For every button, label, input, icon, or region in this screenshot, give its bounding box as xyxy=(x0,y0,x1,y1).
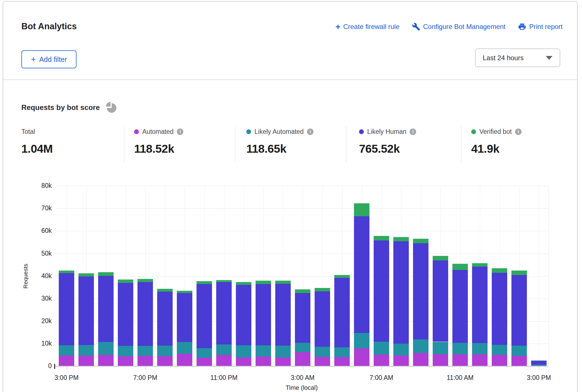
bar-segment-automated xyxy=(433,354,448,366)
bar-segment-automated xyxy=(452,354,468,366)
bar-segment-verified-bot xyxy=(216,280,232,282)
bar-segment-likely-human xyxy=(118,283,133,346)
x-tick-mark xyxy=(539,367,539,370)
action-configure-bot-management[interactable]: Configure Bot Management xyxy=(412,22,506,31)
bar-segment-likely-human xyxy=(393,241,409,344)
bar-segment-likely-automated xyxy=(78,345,94,356)
bar-segment-likely-human xyxy=(452,270,468,343)
bar-segment-verified-bot xyxy=(374,236,389,240)
bar-segment-verified-bot xyxy=(531,361,547,361)
bar-12-00-pm[interactable] xyxy=(472,263,488,366)
bar-segment-verified-bot xyxy=(413,239,428,243)
bar-segment-likely-automated xyxy=(354,333,369,348)
time-range-dropdown[interactable]: Last 24 hours xyxy=(475,49,560,67)
bar-segment-automated xyxy=(118,356,133,366)
bar-10-00-pm[interactable] xyxy=(197,281,212,366)
bar-6-00-am[interactable] xyxy=(354,203,369,366)
action-create-firewall-rule[interactable]: +Create firewall rule xyxy=(335,23,400,31)
bar-5-00-am[interactable] xyxy=(334,275,350,366)
bar-segment-likely-automated xyxy=(197,348,212,358)
info-icon[interactable]: i xyxy=(515,129,522,135)
info-icon[interactable]: i xyxy=(410,129,416,135)
bar-5-00-pm[interactable] xyxy=(98,272,114,366)
bar-segment-likely-automated xyxy=(393,344,409,355)
bar-segment-likely-automated xyxy=(492,345,507,355)
info-icon[interactable]: i xyxy=(177,129,183,135)
pie-chart-icon xyxy=(105,101,117,114)
info-icon[interactable]: i xyxy=(307,129,313,135)
bar-8-00-am[interactable] xyxy=(393,237,409,366)
stat-value: 118.65k xyxy=(246,142,313,156)
bar-segment-likely-automated xyxy=(334,347,350,357)
bar-segment-likely-human xyxy=(98,276,114,342)
bar-segment-likely-automated xyxy=(236,345,251,357)
bar-segment-likely-automated xyxy=(98,342,114,355)
y-tick-label: 30k xyxy=(26,295,52,302)
header-divider xyxy=(3,80,577,80)
bar-segment-verified-bot xyxy=(492,268,507,272)
x-tick-mark xyxy=(224,367,224,370)
bar-segment-automated xyxy=(413,353,428,366)
bar-4-00-pm[interactable] xyxy=(78,273,94,366)
bar-segment-likely-human xyxy=(531,361,547,365)
bar-10-00-am[interactable] xyxy=(433,256,448,366)
add-filter-button[interactable]: + Add filter xyxy=(21,50,76,68)
y-tick-label: 70k xyxy=(26,204,52,212)
bar-1-00-am[interactable] xyxy=(256,281,271,366)
bar-2-00-pm[interactable] xyxy=(511,271,527,366)
plus-icon: + xyxy=(335,23,340,30)
stat-likely-automated: Likely Automatedi118.65k xyxy=(246,127,313,156)
bar-2-00-am[interactable] xyxy=(275,281,291,366)
x-tick-mark xyxy=(382,367,382,370)
header-actions: +Create firewall ruleConfigure Bot Manag… xyxy=(335,22,563,31)
x-tick-label: 3:00 PM xyxy=(514,374,564,382)
bar-segment-likely-automated xyxy=(413,339,428,353)
bar-segment-verified-bot xyxy=(197,281,212,284)
bar-segment-likely-automated xyxy=(531,365,547,365)
bar-4-00-am[interactable] xyxy=(315,288,330,366)
bar-6-00-pm[interactable] xyxy=(118,280,133,366)
bar-11-00-am[interactable] xyxy=(452,264,468,366)
bar-3-00-am[interactable] xyxy=(295,289,310,366)
stat-divider xyxy=(461,127,461,163)
bar-segment-verified-bot xyxy=(78,273,94,276)
bar-9-00-am[interactable] xyxy=(413,239,428,366)
bar-segment-likely-human xyxy=(236,285,251,345)
stat-verified-bot: Verified boti41.9k xyxy=(471,127,522,156)
bar-3-00-pm[interactable] xyxy=(59,271,74,366)
x-tick-mark xyxy=(67,367,67,370)
bar-7-00-pm[interactable] xyxy=(137,279,153,366)
y-axis-origin-tick xyxy=(54,364,55,369)
x-tick-mark xyxy=(303,367,303,370)
stat-label: Likely Automated xyxy=(254,128,304,136)
bar-segment-likely-automated xyxy=(295,343,310,352)
bar-segment-verified-bot xyxy=(275,281,291,284)
bar-segment-verified-bot xyxy=(295,289,310,293)
bar-segment-automated xyxy=(334,357,350,366)
bar-7-00-am[interactable] xyxy=(374,236,389,366)
stat-label: Verified bot xyxy=(479,128,512,136)
bar-12-00-am[interactable] xyxy=(236,282,251,366)
stat-divider xyxy=(235,127,235,163)
bar-segment-verified-bot xyxy=(354,203,369,216)
bar-9-00-pm[interactable] xyxy=(177,291,192,366)
bar-segment-likely-human xyxy=(374,240,389,342)
bar-8-00-pm[interactable] xyxy=(157,289,173,366)
stat-value: 41.9k xyxy=(471,142,522,156)
bar-11-00-pm[interactable] xyxy=(216,280,232,366)
h-gridline xyxy=(55,231,548,231)
x-tick-mark xyxy=(145,367,146,370)
bar-segment-likely-automated xyxy=(315,347,330,357)
bar-segment-verified-bot xyxy=(256,281,271,284)
y-tick-label: 10k xyxy=(26,340,52,347)
v-gridline xyxy=(539,186,539,366)
bar-segment-likely-automated xyxy=(177,342,192,354)
bar-segment-likely-human xyxy=(216,282,232,344)
bar-1-00-pm[interactable] xyxy=(492,268,507,366)
bar-segment-likely-human xyxy=(511,275,527,346)
h-gridline xyxy=(55,254,548,254)
time-range-value: Last 24 hours xyxy=(483,54,524,62)
action-print-report[interactable]: Print report xyxy=(518,22,563,31)
bar-segment-automated xyxy=(197,358,212,366)
bar-3-00-pm[interactable] xyxy=(531,361,547,366)
